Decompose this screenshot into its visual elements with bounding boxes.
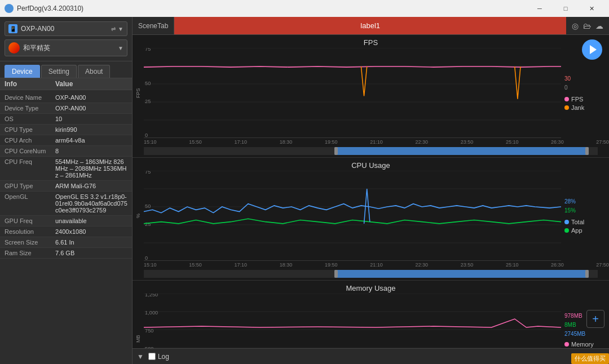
x-tick-label: 18:30 [280,139,293,145]
memory-value1: 978MB [564,313,582,319]
info-row-label: Device Name [5,94,55,101]
cpu-scroll-left-handle[interactable] [334,270,338,278]
close-button[interactable]: ✕ [579,0,604,17]
info-header: Info Value [0,78,132,90]
memory-dot [564,342,569,347]
device-selector: 📱 OXP-AN00 ⇌ ▼ 和平精英 ▼ [0,17,132,61]
info-row-label: GPU Freq [5,217,55,224]
fps-scroll-handle[interactable] [334,147,589,155]
fps-dot [564,97,569,101]
play-button[interactable] [582,39,602,60]
info-col2: Value [55,80,73,88]
title-bar: PerfDog(v3.4.200310) ─ □ ✕ [0,0,609,17]
info-row: Device NameOXP-AN00 [0,92,132,103]
tab-setting[interactable]: Setting [41,65,77,78]
info-row-label: CPU CoreNum [5,148,55,154]
x-tick-label: 15:50 [189,139,202,145]
info-row-label: Ram Size [5,250,55,256]
window-controls: ─ □ ✕ [527,0,604,17]
info-row: CPU Archarm64-v8a [0,135,132,146]
cpu-value1: 28% [564,198,576,205]
bottom-bar: ▼ Log [133,348,609,364]
cpu-canvas: 75 50 25 0 [144,171,561,261]
game-dropdown-icon[interactable]: ▼ [118,45,123,51]
info-col1: Info [5,80,55,88]
game-row[interactable]: 和平精英 ▼ [5,39,127,56]
scene-tab-label: SceneTab [133,17,174,34]
scene-tab-active[interactable]: label1 [174,17,566,34]
svg-text:75: 75 [145,171,151,175]
play-icon [590,45,597,54]
info-row: CPU CoreNum8 [0,146,132,157]
fps-scroll-right-handle[interactable] [585,147,589,155]
fps-chart-section: FPS FPS 75 [133,35,609,158]
fps-scroll-track[interactable] [144,147,598,155]
watermark: 什么值得买 [571,353,609,364]
fps-chart-title: FPS [133,35,609,48]
info-row-value: 7.6 GB [55,250,127,256]
fps-x-axis: 15:1015:5017:1018:3019:5021:1022:3023:50… [133,138,609,146]
cpu-scroll-handle[interactable] [334,270,589,278]
folder-icon[interactable]: 🗁 [583,21,591,30]
tab-about[interactable]: About [78,65,110,78]
info-row-label: CPU Type [5,126,55,133]
app-dot [564,228,569,233]
svg-text:500: 500 [145,346,153,348]
info-table: Device NameOXP-AN00Device TypeOXP-AN00OS… [0,90,132,364]
info-row: OpenGLOpenGL ES 3.2 v1.r18p0-01rel0.9b0a… [0,192,132,216]
fps-legend: 30 0 FPS Jank [561,48,609,138]
device-row[interactable]: 📱 OXP-AN00 ⇌ ▼ [5,21,127,36]
game-name: 和平精英 [23,43,118,53]
cpu-scroll-right-handle[interactable] [585,270,589,278]
svg-text:0: 0 [145,132,148,138]
info-row-label: OS [5,116,55,122]
info-row-value: 554MHz – 1863MHz 826MHz – 2088MHz 1536MH… [55,158,127,179]
jank-label: Jank [571,104,584,111]
info-row: GPU Frequnavailable [0,216,132,227]
log-label: Log [158,353,169,361]
svg-text:1,250: 1,250 [145,294,158,298]
cloud-icon[interactable]: ☁ [595,21,603,30]
log-checkbox[interactable]: Log [148,353,169,361]
svg-text:25: 25 [145,98,151,104]
cpu-y-label: % [133,171,144,261]
cpu-scroll-track[interactable] [144,270,598,278]
cpu-x-axis: 15:1015:5017:1018:3019:5021:1022:3023:50… [133,261,609,269]
info-row-label: Device Type [5,105,55,112]
device-dropdown-icon[interactable]: ▼ [118,26,123,32]
sidebar: 📱 OXP-AN00 ⇌ ▼ 和平精英 ▼ Device Setting Abo… [0,17,133,364]
window-title: PerfDog(v3.4.200310) [17,5,527,12]
charts-area: FPS FPS 75 [133,35,609,348]
memory-canvas: 1,250 1,000 750 500 250 0 [144,294,561,348]
info-row-label: CPU Arch [5,137,55,144]
info-row-label: Resolution [5,228,55,235]
info-row: Ram Size7.6 GB [0,248,132,259]
add-button[interactable]: + [586,310,604,328]
log-dropdown-icon[interactable]: ▼ [137,353,144,361]
minimize-button[interactable]: ─ [527,0,553,17]
info-row-label: OpenGL [5,193,55,200]
info-row-value: OpenGL ES 3.2 v1.r18p0-01rel0.9b0a40af6a… [55,193,127,214]
fps-y-label: FPS [133,48,144,138]
total-dot [564,220,569,224]
log-checkbox-input[interactable] [148,353,156,360]
cpu-chart-title: CPU Usage [133,158,609,171]
tab-device[interactable]: Device [5,65,40,78]
wifi-icon[interactable]: ⇌ [111,26,116,32]
memory-y-label: MB [133,294,144,348]
cpu-chart-wrapper: % 75 50 25 0 [133,171,609,261]
info-row: OS10 [0,114,132,125]
cpu-chart-section: CPU Usage % 75 50 25 [133,158,609,281]
info-row-value: arm64-v8a [55,137,127,144]
x-tick-label: 27:50 [596,262,609,268]
svg-text:1,000: 1,000 [145,310,158,316]
scene-tab-bar: SceneTab label1 ◎ 🗁 ☁ [133,17,609,35]
svg-text:25: 25 [145,221,151,227]
svg-text:0: 0 [145,255,148,261]
x-tick-label: 15:10 [144,262,157,268]
memory-legend-memory: Memory [564,341,594,348]
location-icon[interactable]: ◎ [572,21,579,30]
maximize-button[interactable]: □ [553,0,579,17]
x-tick-label: 22:30 [415,262,428,268]
fps-scroll-left-handle[interactable] [334,147,338,155]
